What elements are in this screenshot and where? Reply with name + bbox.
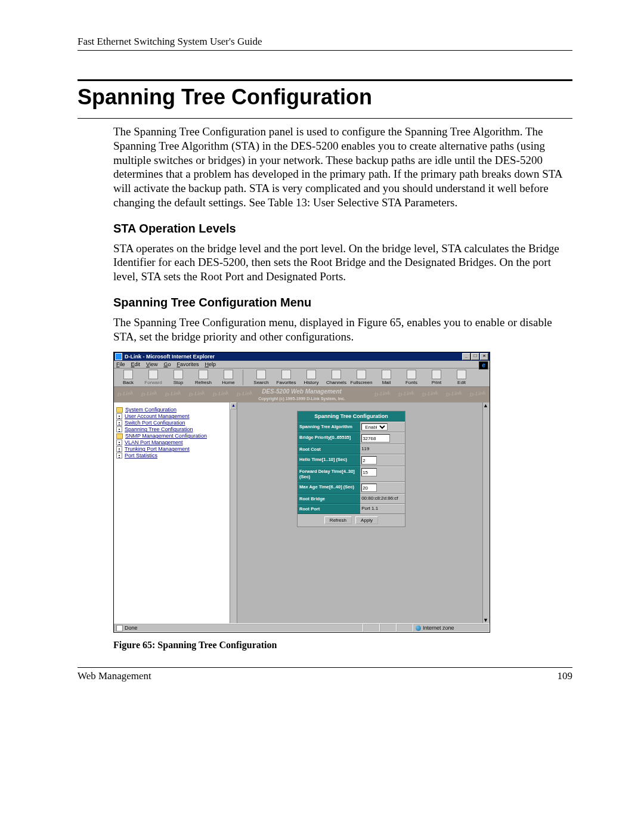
- dlink-watermark: D-Link: [422, 389, 439, 402]
- toolbar-separator: [243, 370, 247, 385]
- config-readonly-value: 119: [361, 446, 369, 451]
- nav-scrollbar[interactable]: ▲: [230, 402, 237, 623]
- nav-item-system-configuration[interactable]: System Configuration: [116, 407, 236, 413]
- nav-item-label: SNMP Management Configuration: [125, 433, 207, 439]
- config-input[interactable]: [361, 456, 377, 465]
- toolbar-forward-button[interactable]: Forward: [141, 370, 165, 385]
- menu-favorites[interactable]: Favorites: [177, 361, 199, 367]
- ie-page-icon: [116, 625, 123, 631]
- apply-button[interactable]: Apply: [355, 516, 378, 524]
- config-row: Root PortPort 1.1: [298, 504, 405, 514]
- ie-title-text: D-Link - Microsoft Internet Explorer: [125, 354, 215, 360]
- config-value-cell: [360, 466, 405, 482]
- nav-item-user-account-management[interactable]: •User Account Management: [116, 413, 236, 419]
- toolbar-favorites-button[interactable]: Favorites: [274, 370, 298, 385]
- dlink-watermark: D-Link: [236, 389, 253, 402]
- menu-go[interactable]: Go: [163, 361, 171, 367]
- config-row: Root Bridge00:80:c8:2d:86:cf: [298, 494, 405, 504]
- config-value-cell: [360, 482, 405, 494]
- toolbar-fullscreen-button[interactable]: Fullscreen: [349, 370, 373, 385]
- ie-titlebar: D-Link - Microsoft Internet Explorer _ □…: [114, 352, 490, 361]
- refresh-button[interactable]: Refresh: [324, 516, 352, 524]
- menu-view[interactable]: View: [146, 361, 157, 367]
- toolbar-home-button[interactable]: Home: [216, 370, 240, 385]
- internet-zone-icon: [416, 625, 421, 631]
- scroll-up-icon[interactable]: ▲: [230, 402, 237, 410]
- config-value-cell: 119: [360, 444, 405, 454]
- paragraph-stc-menu: The Spanning Tree Configuration menu, di…: [113, 315, 572, 344]
- toolbar-edit-button[interactable]: Edit: [450, 370, 473, 385]
- folder-icon: [116, 433, 123, 439]
- config-input[interactable]: [361, 434, 390, 442]
- nav-item-spanning-tree-configuration[interactable]: •Spanning Tree Configuration: [116, 426, 236, 432]
- toolbar-back-button[interactable]: Back: [116, 370, 140, 385]
- toolbar-search-button[interactable]: Search: [249, 370, 273, 385]
- dlink-watermark: D-Link: [141, 389, 158, 402]
- section-rule: [78, 79, 572, 81]
- toolbar-print-button[interactable]: Print: [425, 370, 448, 385]
- window-minimize-button[interactable]: _: [462, 353, 470, 360]
- expand-box-icon: •: [116, 426, 122, 432]
- toolbar-stop-button[interactable]: Stop: [166, 370, 190, 385]
- section-underline: [78, 118, 572, 119]
- nav-item-label: Trunking Port Management: [125, 446, 190, 452]
- config-value-cell: [360, 432, 405, 444]
- scroll-up-icon[interactable]: ▲: [483, 402, 490, 408]
- config-value-cell: Port 1.1: [360, 504, 405, 514]
- config-value-cell: 00:80:c8:2d:86:cf: [360, 494, 405, 504]
- ie-app-icon: [115, 353, 122, 360]
- favorites-icon: [281, 370, 291, 379]
- dlink-watermark: D-Link: [398, 389, 415, 402]
- status-gap: [397, 624, 413, 632]
- nav-item-switch-port-configuration[interactable]: •Switch Port Configuration: [116, 420, 236, 426]
- print-icon: [432, 370, 441, 379]
- nav-item-port-statistics[interactable]: •Port Statistics: [116, 453, 236, 459]
- toolbar-channels-button[interactable]: Channels: [324, 370, 348, 385]
- window-maximize-button[interactable]: □: [471, 353, 479, 360]
- content-pane: Spanning Tree Configuration Spanning Tre…: [237, 402, 490, 623]
- dlink-watermark: D-Link: [165, 389, 182, 402]
- menu-edit[interactable]: Edit: [131, 361, 141, 367]
- nav-item-label: VLAN Port Management: [125, 439, 183, 445]
- config-label: Hello Time[1..10] (Sec): [298, 454, 360, 466]
- toolbar-fonts-button[interactable]: Fonts: [400, 370, 423, 385]
- status-gap: [363, 624, 380, 632]
- menu-help[interactable]: Help: [205, 361, 216, 367]
- subheading-sta-levels: STA Operation Levels: [113, 222, 572, 236]
- nav-item-trunking-port-management[interactable]: •Trunking Port Management: [116, 446, 236, 452]
- scroll-down-icon[interactable]: ▼: [483, 617, 490, 623]
- dlink-watermark: D-Link: [212, 389, 230, 402]
- banner-copyright: Copyright (c) 1995-1999 D-Link System, I…: [258, 397, 345, 401]
- ie-window: D-Link - Microsoft Internet Explorer _ □…: [113, 352, 490, 633]
- config-readonly-value: Port 1.1: [361, 506, 378, 511]
- config-row: Max Age Time[6..40] (Sec): [298, 482, 405, 494]
- ie-toolbar: Back Forward Stop Refresh Home Search Fa…: [114, 368, 490, 387]
- nav-item-label: Port Statistics: [125, 453, 157, 459]
- toolbar-mail-button[interactable]: Mail: [374, 370, 398, 385]
- config-label: Root Bridge: [298, 494, 360, 504]
- config-input[interactable]: [361, 468, 377, 476]
- search-icon: [256, 370, 266, 379]
- nav-item-snmp-management-configuration[interactable]: SNMP Management Configuration: [116, 433, 236, 439]
- toolbar-refresh-button[interactable]: Refresh: [191, 370, 215, 385]
- main-scrollbar[interactable]: ▲ ▼: [482, 402, 490, 623]
- nav-item-label: Switch Port Configuration: [125, 420, 185, 426]
- config-label: Root Cost: [298, 444, 360, 454]
- config-input[interactable]: [361, 484, 377, 492]
- home-icon: [224, 370, 233, 379]
- running-header: Fast Ethernet Switching System User's Gu…: [78, 36, 572, 48]
- toolbar-history-button[interactable]: History: [299, 370, 323, 385]
- config-label: Root Port: [298, 504, 360, 514]
- config-row: Spanning Tree AlgorithmEnable: [298, 422, 405, 432]
- config-label: Spanning Tree Algorithm: [298, 422, 360, 432]
- menu-file[interactable]: File: [116, 361, 125, 367]
- config-label: Bridge Priority[0..65535]: [298, 432, 360, 444]
- panel-title: Spanning Tree Configuration: [298, 411, 405, 422]
- history-icon: [306, 370, 316, 379]
- stop-icon: [174, 370, 183, 379]
- edit-icon: [457, 370, 466, 379]
- fullscreen-icon: [357, 370, 366, 379]
- nav-item-vlan-port-management[interactable]: •VLAN Port Management: [116, 439, 236, 445]
- spanning-tree-algorithm-select[interactable]: Enable: [361, 423, 388, 431]
- window-close-button[interactable]: ×: [480, 353, 488, 360]
